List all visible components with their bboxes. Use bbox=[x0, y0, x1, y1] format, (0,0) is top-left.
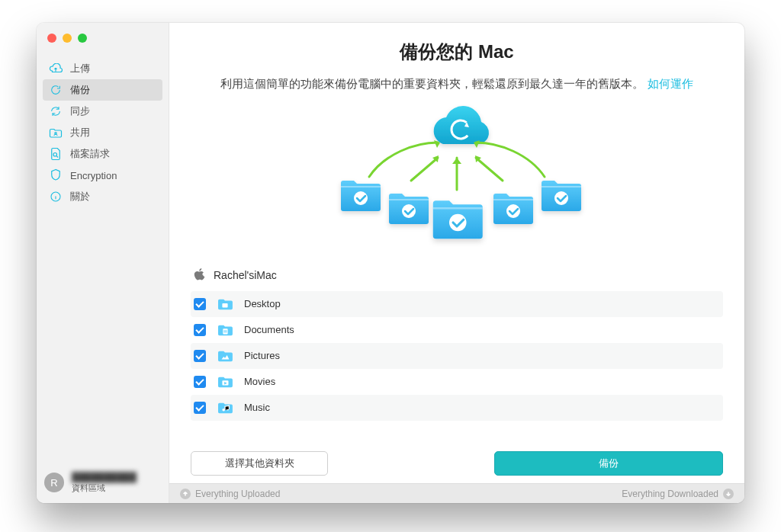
folder-row[interactable]: Pictures bbox=[191, 343, 723, 369]
folder-icon bbox=[217, 375, 233, 389]
folder-row[interactable]: Music bbox=[191, 395, 723, 421]
device-name: Rachel'siMac bbox=[214, 269, 277, 281]
backup-button[interactable]: 備份 bbox=[494, 451, 723, 476]
sidebar-item-label: 關於 bbox=[70, 190, 90, 204]
checkbox[interactable] bbox=[194, 324, 206, 336]
window-controls bbox=[37, 23, 169, 53]
backup-illustration bbox=[191, 104, 723, 249]
sidebar-item-upload[interactable]: 上傳 bbox=[43, 58, 162, 79]
content-scroll: 備份您的 Mac 利用這個簡單的功能來備份電腦中的重要資料夾，輕鬆還原到最久達一… bbox=[169, 23, 744, 436]
device-row: Rachel'siMac bbox=[191, 263, 723, 291]
file-search-icon bbox=[49, 147, 63, 161]
cloud-upload-icon bbox=[49, 63, 63, 74]
info-icon bbox=[49, 191, 63, 203]
sidebar: 上傳 備份 同步 共用 bbox=[37, 23, 169, 503]
svg-rect-5 bbox=[222, 303, 227, 307]
avatar-initial: R bbox=[50, 477, 57, 489]
sidebar-item-label: 上傳 bbox=[70, 62, 90, 75]
subtitle-text: 利用這個簡單的功能來備份電腦中的重要資料夾，輕鬆還原到最久達一年的舊版本。 bbox=[220, 77, 644, 90]
sidebar-item-share[interactable]: 共用 bbox=[43, 122, 162, 143]
button-label: 選擇其他資料夾 bbox=[225, 457, 294, 470]
status-bar: Everything Uploaded Everything Downloade… bbox=[169, 483, 744, 503]
minimize-window-button[interactable] bbox=[63, 34, 72, 43]
sidebar-item-label: 共用 bbox=[70, 126, 90, 139]
arrow-up-circle-icon bbox=[180, 489, 191, 499]
sidebar-item-label: 同步 bbox=[70, 104, 90, 118]
folder-row[interactable]: Documents bbox=[191, 317, 723, 343]
action-bar: 選擇其他資料夾 備份 bbox=[169, 451, 744, 476]
sidebar-item-filerequest[interactable]: 檔案請求 bbox=[43, 143, 162, 165]
status-uploaded-text: Everything Uploaded bbox=[195, 489, 280, 499]
sidebar-item-label: Encryption bbox=[70, 170, 117, 181]
folder-row[interactable]: Movies bbox=[191, 369, 723, 395]
choose-other-folder-button[interactable]: 選擇其他資料夾 bbox=[191, 451, 328, 476]
folder-label: Documents bbox=[244, 324, 294, 335]
folder-icon bbox=[217, 349, 233, 363]
app-window: 上傳 備份 同步 共用 bbox=[37, 23, 744, 503]
close-window-button[interactable] bbox=[47, 34, 56, 43]
sidebar-item-encryption[interactable]: Encryption bbox=[43, 165, 162, 186]
checkbox[interactable] bbox=[194, 402, 206, 414]
status-uploaded: Everything Uploaded bbox=[180, 489, 280, 499]
how-it-works-link[interactable]: 如何運作 bbox=[648, 77, 693, 90]
sidebar-nav: 上傳 備份 同步 共用 bbox=[37, 53, 169, 207]
shield-icon bbox=[49, 168, 63, 182]
sync-icon bbox=[49, 105, 63, 117]
sidebar-footer: R ██████████ 資料區域 bbox=[37, 465, 169, 503]
folder-label: Music bbox=[244, 402, 270, 413]
status-downloaded: Everything Downloaded bbox=[622, 489, 734, 499]
folder-user-icon bbox=[49, 127, 63, 138]
apple-icon bbox=[194, 268, 206, 284]
main-panel: 備份您的 Mac 利用這個簡單的功能來備份電腦中的重要資料夾，輕鬆還原到最久達一… bbox=[169, 23, 744, 503]
checkbox[interactable] bbox=[194, 350, 206, 362]
folder-label: Desktop bbox=[244, 298, 281, 309]
sidebar-item-backup[interactable]: 備份 bbox=[43, 79, 162, 101]
svg-rect-6 bbox=[223, 328, 227, 334]
page-subtitle: 利用這個簡單的功能來備份電腦中的重要資料夾，輕鬆還原到最久達一年的舊版本。 如何… bbox=[191, 75, 723, 93]
sidebar-item-sync[interactable]: 同步 bbox=[43, 101, 162, 122]
checkbox[interactable] bbox=[194, 298, 206, 310]
refresh-icon bbox=[49, 84, 63, 96]
avatar[interactable]: R bbox=[44, 473, 64, 492]
folder-icon bbox=[217, 297, 233, 311]
status-downloaded-text: Everything Downloaded bbox=[622, 489, 718, 499]
folder-icon bbox=[217, 323, 233, 337]
folder-row[interactable]: Desktop bbox=[191, 291, 723, 317]
checkbox[interactable] bbox=[194, 376, 206, 388]
folder-label: Pictures bbox=[244, 350, 280, 361]
footer-username: ██████████ bbox=[72, 473, 137, 482]
svg-point-0 bbox=[55, 133, 56, 134]
window-body: 上傳 備份 同步 共用 bbox=[37, 23, 744, 503]
footer-zone-label: 資料區域 bbox=[72, 483, 137, 492]
sidebar-item-about[interactable]: 關於 bbox=[43, 186, 162, 207]
arrow-down-circle-icon bbox=[723, 489, 734, 499]
folder-list: Desktop Documents Pictur bbox=[191, 291, 723, 421]
folder-label: Movies bbox=[244, 376, 275, 387]
folder-icon bbox=[217, 401, 233, 415]
page-title: 備份您的 Mac bbox=[191, 40, 723, 64]
sidebar-item-label: 備份 bbox=[70, 83, 90, 97]
sidebar-item-label: 檔案請求 bbox=[70, 147, 110, 161]
maximize-window-button[interactable] bbox=[78, 34, 87, 43]
svg-point-1 bbox=[53, 153, 57, 157]
button-label: 備份 bbox=[599, 457, 619, 470]
